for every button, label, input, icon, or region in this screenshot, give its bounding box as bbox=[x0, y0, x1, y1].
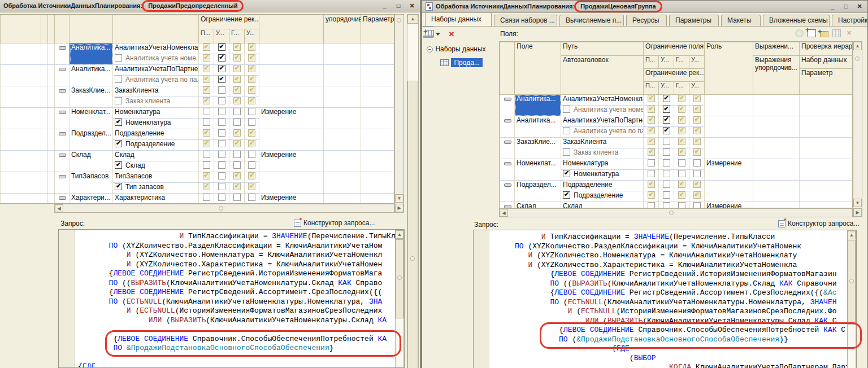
restriction-cell[interactable] bbox=[214, 151, 229, 161]
checkbox[interactable] bbox=[248, 76, 255, 83]
restriction-cell[interactable] bbox=[199, 119, 214, 129]
checkbox[interactable] bbox=[678, 181, 685, 188]
restriction-cell[interactable] bbox=[229, 183, 245, 194]
role-cell[interactable] bbox=[259, 129, 324, 151]
restriction-cell[interactable] bbox=[214, 129, 229, 140]
restriction-cell[interactable] bbox=[199, 108, 214, 119]
checkbox[interactable] bbox=[233, 76, 241, 83]
restriction-cell[interactable] bbox=[689, 159, 705, 170]
checkbox[interactable] bbox=[233, 161, 241, 169]
checkbox[interactable] bbox=[248, 140, 255, 147]
checkbox[interactable] bbox=[218, 108, 225, 115]
add-dataset-icon[interactable] bbox=[426, 30, 434, 37]
field-name-cell[interactable]: Подраздел... bbox=[70, 129, 113, 151]
checkbox[interactable] bbox=[248, 65, 255, 72]
scroll-grip[interactable] bbox=[410, 256, 415, 261]
table-row[interactable]: Аналитика...АналитикаУчетаПоПартне... bbox=[1, 65, 394, 76]
restriction-cell[interactable] bbox=[214, 194, 229, 204]
tab-4[interactable]: Ресурсы bbox=[626, 15, 667, 26]
path-cell[interactable]: АналитикаУчетаНоменкла... bbox=[113, 43, 199, 54]
checkbox[interactable] bbox=[563, 170, 570, 177]
table-row[interactable]: СкладСкладИзмерение bbox=[500, 202, 853, 209]
restriction-cell[interactable] bbox=[229, 172, 245, 183]
path-cell[interactable]: Характеристика bbox=[113, 194, 199, 204]
restriction-cell[interactable] bbox=[644, 116, 659, 127]
minimize-button[interactable]: _ bbox=[828, 2, 837, 11]
restriction-cell[interactable] bbox=[229, 108, 245, 119]
field-name-cell[interactable]: Аналитика... bbox=[515, 116, 561, 138]
path-cell[interactable]: ЗаказКлиента bbox=[561, 138, 644, 148]
table-row[interactable]: ТипЗапасовТипЗапасов bbox=[1, 172, 394, 183]
restriction-cell[interactable] bbox=[199, 129, 214, 140]
checkbox[interactable] bbox=[663, 138, 670, 145]
checkbox[interactable] bbox=[663, 148, 670, 156]
restriction-cell[interactable] bbox=[689, 95, 705, 106]
checkbox[interactable] bbox=[218, 194, 225, 201]
tab-1[interactable]: Наборы данных bbox=[425, 12, 492, 26]
checkbox[interactable] bbox=[693, 170, 701, 177]
restriction-cell[interactable] bbox=[229, 129, 245, 140]
checkbox[interactable] bbox=[693, 95, 701, 102]
scroll-right-arrow[interactable]: ▶ bbox=[395, 204, 403, 212]
checkbox[interactable] bbox=[663, 95, 670, 102]
table-row[interactable]: Номенклат...НоменклатураИзмерение bbox=[500, 159, 853, 170]
checkbox[interactable] bbox=[233, 129, 241, 137]
scroll-grip[interactable] bbox=[669, 211, 674, 215]
checkbox[interactable] bbox=[203, 140, 210, 147]
row-grip-icon[interactable] bbox=[59, 132, 66, 135]
delete-dataset-icon[interactable]: ✕ bbox=[448, 30, 454, 38]
restriction-cell[interactable] bbox=[245, 172, 259, 183]
tab-5[interactable]: Параметры bbox=[669, 15, 719, 26]
restriction-cell[interactable] bbox=[644, 95, 659, 106]
scroll-up-arrow[interactable]: ▲ bbox=[848, 231, 856, 239]
restriction-cell[interactable] bbox=[214, 86, 229, 97]
horizontal-scrollbar[interactable]: ◀ bbox=[54, 204, 394, 213]
checkbox[interactable] bbox=[203, 43, 210, 51]
checkbox[interactable] bbox=[678, 170, 685, 177]
restriction-cell[interactable] bbox=[199, 151, 214, 161]
checkbox[interactable] bbox=[563, 191, 570, 199]
field-name-cell[interactable]: Аналитика... bbox=[70, 43, 113, 65]
role-cell[interactable] bbox=[705, 138, 753, 159]
restriction-cell[interactable] bbox=[245, 151, 259, 161]
path-cell[interactable]: Склад bbox=[113, 151, 199, 161]
scroll-up-arrow[interactable]: ▲ bbox=[396, 230, 403, 239]
checkbox[interactable] bbox=[678, 202, 685, 208]
tree-root[interactable]: Наборы данных bbox=[435, 45, 485, 53]
checkbox[interactable] bbox=[233, 172, 241, 179]
restriction-cell[interactable] bbox=[245, 129, 259, 140]
restriction-cell[interactable] bbox=[674, 95, 689, 106]
path-cell[interactable]: АналитикаУчетаПоПартне... bbox=[113, 65, 199, 76]
restriction-cell[interactable] bbox=[644, 159, 659, 170]
add-table-icon[interactable] bbox=[832, 29, 841, 37]
row-grip-icon[interactable] bbox=[504, 98, 511, 101]
row-grip-icon[interactable] bbox=[59, 46, 66, 50]
checkbox[interactable] bbox=[218, 65, 225, 72]
table-row[interactable]: Подраздел...Подразделение bbox=[500, 181, 853, 191]
restriction-cell[interactable] bbox=[674, 127, 689, 138]
restriction-cell[interactable] bbox=[659, 116, 674, 127]
checkbox[interactable] bbox=[678, 116, 685, 124]
checkbox[interactable] bbox=[248, 43, 255, 51]
restriction-cell[interactable] bbox=[199, 76, 214, 86]
restriction-cell[interactable] bbox=[674, 202, 689, 209]
checkbox[interactable] bbox=[233, 119, 241, 126]
restriction-cell[interactable] bbox=[229, 54, 245, 65]
restriction-cell[interactable] bbox=[229, 161, 245, 172]
checkbox[interactable] bbox=[203, 76, 210, 83]
checkbox[interactable] bbox=[115, 54, 122, 62]
restriction-cell[interactable] bbox=[214, 140, 229, 151]
restriction-cell[interactable] bbox=[199, 172, 214, 183]
table-row[interactable]: Подраздел...Подразделение bbox=[1, 129, 394, 140]
scroll-up-arrow[interactable]: ▲ bbox=[407, 15, 418, 24]
checkbox[interactable] bbox=[648, 138, 655, 145]
checkbox[interactable] bbox=[248, 151, 255, 158]
field-name-cell[interactable]: Аналитика... bbox=[515, 95, 561, 116]
restriction-cell[interactable] bbox=[644, 170, 659, 181]
restriction-cell[interactable] bbox=[689, 191, 705, 202]
title-bar[interactable]: Обработка ИсточникиДанныхПланирования: П… bbox=[422, 1, 867, 13]
scroll-grip[interactable] bbox=[849, 279, 854, 283]
checkbox[interactable] bbox=[218, 183, 225, 190]
checkbox[interactable] bbox=[203, 129, 210, 137]
scroll-left-arrow[interactable]: ◀ bbox=[55, 204, 63, 212]
